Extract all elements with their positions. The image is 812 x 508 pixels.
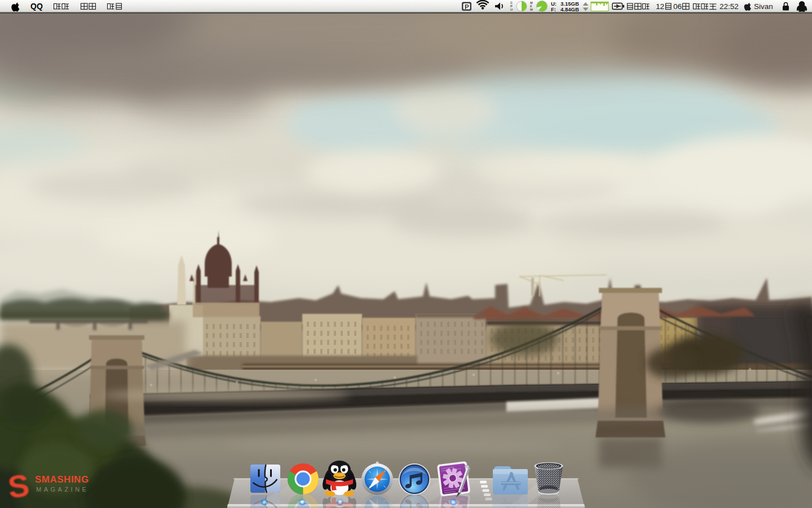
svg-text:F:: F:: [551, 6, 556, 12]
svg-text:22:52: 22:52: [720, 2, 739, 11]
svg-text:U: U: [510, 8, 513, 11]
svg-text:12: 12: [656, 2, 664, 11]
svg-text:4.84GB: 4.84GB: [561, 6, 579, 12]
svg-text:MAGAZINE: MAGAZINE: [36, 486, 89, 493]
svg-text:SMASHING: SMASHING: [35, 474, 89, 485]
svg-text:P: P: [465, 3, 469, 10]
svg-text:Sivan: Sivan: [754, 2, 773, 11]
svg-text:S: S: [6, 467, 32, 505]
svg-text:M: M: [530, 8, 533, 11]
svg-text:06: 06: [673, 2, 682, 11]
svg-text:QQ: QQ: [30, 2, 43, 11]
